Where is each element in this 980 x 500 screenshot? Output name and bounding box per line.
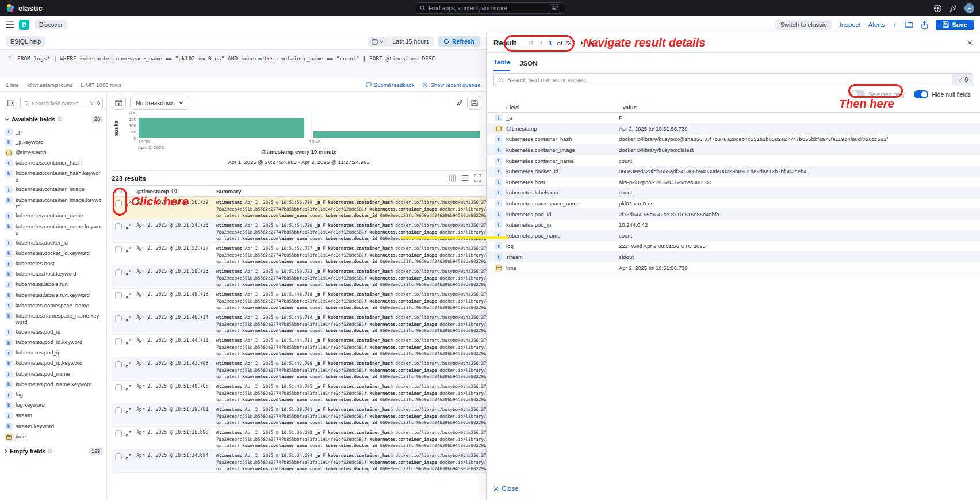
row-checkbox[interactable]	[115, 292, 122, 299]
previous-page-button[interactable]	[539, 40, 543, 45]
sidebar-field-item[interactable]: k kubernetes.namespace_name.keyword	[5, 311, 103, 327]
columns-icon[interactable]	[449, 174, 456, 182]
sidebar-field-item[interactable]: time	[5, 432, 103, 442]
row-checkbox[interactable]	[115, 430, 122, 437]
detail-row[interactable]: @timestamp Apr 2, 2025 @ 10:51:56.739	[487, 124, 980, 135]
detail-row[interactable]: t kubernetes.container_name count	[487, 155, 980, 166]
sidebar-field-item[interactable]: k kubernetes.docker_id.keyword	[5, 248, 103, 258]
row-checkbox[interactable]	[115, 246, 122, 253]
refresh-button[interactable]: Refresh	[438, 36, 480, 47]
histogram-bar-1[interactable]	[139, 118, 304, 138]
sidebar-field-item[interactable]: t kubernetes.docker_id	[5, 238, 103, 248]
alerts-button[interactable]: Alerts	[868, 21, 885, 28]
detail-row[interactable]: t kubernetes.docker_id 060e3eedc23fcf965…	[487, 166, 980, 177]
row-checkbox[interactable]	[115, 315, 122, 322]
first-page-button[interactable]	[529, 40, 534, 45]
newsfeed-icon[interactable]	[949, 4, 958, 13]
sidebar-field-item[interactable]: k kubernetes.pod_name.keyword	[5, 379, 103, 390]
sidebar-field-item[interactable]: t kubernetes.container_image	[5, 185, 103, 195]
detail-row[interactable]: t kubernetes.host aks-pkl02pool-19059035…	[487, 177, 980, 188]
timestamp-column-header[interactable]: @timestamp	[136, 188, 169, 194]
edit-visualization-icon[interactable]	[456, 99, 464, 106]
sidebar-field-item[interactable]: t stream	[5, 411, 103, 421]
result-row[interactable]: Apr 2, 2025 @ 10:51:46.714 @timestamp Ap…	[112, 312, 486, 335]
save-visualization-button[interactable]	[467, 96, 481, 110]
detail-row[interactable]: t kubernetes.pod_ip 10.244.0.42	[487, 220, 980, 231]
expand-document-icon[interactable]	[125, 200, 133, 207]
tab-table[interactable]: Table	[493, 59, 510, 71]
expand-document-icon[interactable]	[125, 361, 133, 368]
result-row[interactable]: Apr 2, 2025 @ 10:51:44.711 @timestamp Ap…	[112, 335, 486, 358]
row-checkbox[interactable]	[115, 407, 122, 414]
last-page-button[interactable]	[589, 40, 594, 45]
result-row[interactable]: Apr 2, 2025 @ 10:51:52.727 @timestamp Ap…	[112, 243, 486, 266]
expand-document-icon[interactable]	[125, 246, 133, 253]
esql-help-button[interactable]: ES|QL help	[6, 36, 45, 47]
detail-row[interactable]: t kubernetes.container_image docker.io/l…	[487, 145, 980, 156]
sidebar-field-item[interactable]: t _p	[5, 127, 103, 137]
result-row[interactable]: Apr 2, 2025 @ 10:51:50.723 @timestamp Ap…	[112, 266, 486, 289]
selected-only-toggle[interactable]: Selected only	[851, 90, 905, 98]
row-checkbox[interactable]	[115, 453, 122, 460]
sidebar-field-item[interactable]: t log	[5, 390, 103, 400]
toggle-off[interactable]	[851, 90, 865, 98]
new-session-button[interactable]: +	[893, 20, 897, 29]
sidebar-field-item[interactable]: t kubernetes.container_hash	[5, 158, 103, 169]
esql-editor[interactable]: 1 FROM logs* | WHERE kubernetes.namespac…	[0, 49, 486, 78]
sidebar-field-item[interactable]: k log.keyword	[5, 400, 103, 411]
field-search-input[interactable]: Search field names 0	[20, 97, 103, 109]
space-badge[interactable]: D	[19, 20, 29, 30]
sidebar-field-item[interactable]: k _p.keyword	[5, 137, 103, 147]
toggle-on[interactable]	[914, 90, 928, 98]
hide-null-fields-toggle[interactable]: Hide null fields	[914, 90, 971, 98]
filter-icon[interactable]	[90, 101, 95, 105]
sidebar-field-item[interactable]: k kubernetes.container_image.keyword	[5, 195, 103, 211]
open-session-icon[interactable]	[905, 21, 913, 28]
select-all-checkbox[interactable]	[115, 188, 122, 194]
date-picker-calendar-button[interactable]	[368, 37, 387, 47]
detail-row[interactable]: t kubernetes.container_hash docker.io/li…	[487, 134, 980, 145]
detail-row[interactable]: t kubernetes.labels.run count	[487, 188, 980, 199]
sidebar-field-item[interactable]: t kubernetes.namespace_name	[5, 300, 103, 311]
submit-feedback-link[interactable]: Submit feedback	[366, 82, 415, 88]
esql-query-text[interactable]: FROM logs* | WHERE kubernetes.namespace_…	[17, 55, 435, 78]
breadcrumb[interactable]: Discover	[35, 20, 67, 29]
row-checkbox[interactable]	[115, 223, 122, 230]
row-density-icon[interactable]	[461, 175, 469, 181]
sidebar-field-item[interactable]: k stream.keyword	[5, 421, 103, 432]
result-row[interactable]: Apr 2, 2025 @ 10:51:54.730 @timestamp Ap…	[112, 220, 486, 243]
histogram-chart[interactable]: results 200 150 100 50 0	[138, 113, 480, 148]
menu-icon[interactable]	[6, 21, 14, 28]
elastic-logo[interactable]: elastic	[6, 3, 43, 13]
inspect-button[interactable]: Inspect	[839, 21, 860, 28]
result-row[interactable]: Apr 2, 2025 @ 10:51:38.701 @timestamp Ap…	[112, 404, 486, 427]
detail-row[interactable]: t kubernetes.pod_id 2f13d644-55b6-42ce-8…	[487, 209, 980, 220]
detail-search-input[interactable]: Search field names or values 0	[493, 73, 973, 86]
sidebar-field-item[interactable]: t kubernetes.pod_id	[5, 327, 103, 337]
row-checkbox[interactable]	[115, 200, 122, 207]
result-row[interactable]: Apr 2, 2025 @ 10:51:40.705 @timestamp Ap…	[112, 381, 486, 404]
row-checkbox[interactable]	[115, 361, 122, 368]
row-checkbox[interactable]	[115, 384, 122, 391]
global-search-input[interactable]: Find apps, content, and more. ⌘/	[416, 2, 564, 14]
sidebar-field-item[interactable]: k kubernetes.labels.run.keyword	[5, 290, 103, 300]
expand-document-icon[interactable]	[125, 384, 133, 391]
result-row[interactable]: Apr 2, 2025 @ 10:51:34.694 @timestamp Ap…	[112, 450, 486, 473]
detail-row[interactable]: time Apr 2, 2025 @ 10:51:56.739	[487, 262, 980, 273]
result-row[interactable]: Apr 2, 2025 @ 10:51:56.739 @timestamp Ap…	[112, 197, 486, 220]
detail-row[interactable]: t _p F	[487, 113, 980, 124]
empty-fields-header[interactable]: Empty fields 129	[5, 448, 103, 455]
sidebar-field-item[interactable]: t kubernetes.pod_name	[5, 369, 103, 379]
breakdown-select[interactable]: No breakdown	[130, 96, 189, 110]
result-row[interactable]: Apr 2, 2025 @ 10:51:48.718 @timestamp Ap…	[112, 289, 486, 312]
available-fields-header[interactable]: Available fields 28	[5, 116, 103, 123]
tab-json[interactable]: JSON	[519, 60, 537, 71]
result-row[interactable]: Apr 2, 2025 @ 10:51:42.708 @timestamp Ap…	[112, 358, 486, 381]
deployment-icon[interactable]	[933, 4, 942, 13]
fullscreen-icon[interactable]	[474, 174, 481, 182]
expand-document-icon[interactable]	[125, 269, 133, 276]
expand-document-icon[interactable]	[125, 407, 133, 414]
sidebar-field-item[interactable]: k kubernetes.host.keyword	[5, 269, 103, 280]
summary-column-header[interactable]: Summary	[216, 188, 241, 194]
sidebar-field-item[interactable]: k kubernetes.pod_id.keyword	[5, 338, 103, 348]
